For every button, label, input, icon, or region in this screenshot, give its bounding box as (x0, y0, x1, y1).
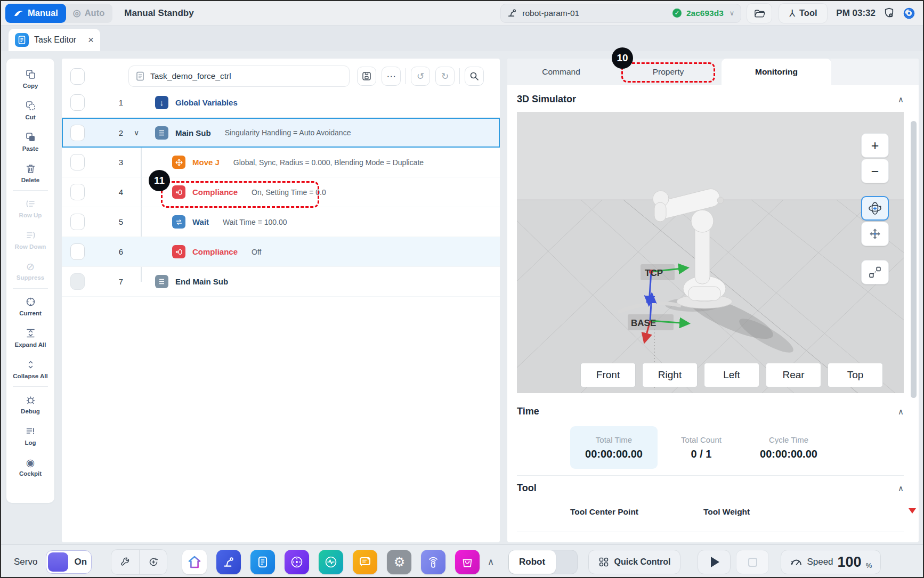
task-row-move-j[interactable]: 3 Move J Global, Sync, Radius = 0.000, B… (62, 148, 500, 177)
log-button[interactable]: Log (6, 420, 54, 451)
open-file-button[interactable] (747, 3, 772, 23)
settings-app-icon[interactable]: ⚙ (387, 550, 411, 574)
quick-control-button[interactable]: Quick Control (588, 550, 681, 574)
view-top-button[interactable]: Top (828, 363, 882, 387)
robot-sim-toggle[interactable]: Robot (508, 550, 578, 574)
speed-unit: % (866, 561, 872, 569)
paste-button[interactable]: Paste (6, 126, 54, 157)
select-all-checkbox[interactable] (70, 68, 85, 85)
row-label: Compliance (192, 247, 238, 256)
task-row-compliance-on[interactable]: 4 Compliance On, Setting Time = 0.0 (62, 177, 500, 207)
view-right-button[interactable]: Right (643, 363, 697, 387)
cut-button[interactable]: Cut (6, 94, 54, 126)
task-row-main-sub[interactable]: 2 ∨ Main Sub Singularity Handling = Auto… (62, 118, 500, 148)
row-checkbox[interactable] (70, 94, 85, 111)
wrench-button[interactable] (111, 550, 139, 574)
view-front-button[interactable]: Front (581, 363, 635, 387)
row-number: 5 (95, 217, 123, 226)
collapse-all-icon (25, 359, 36, 370)
base-label: BASE (631, 318, 656, 328)
auto-mode-button[interactable]: ◎ Auto (63, 4, 112, 23)
jog-app-icon[interactable] (285, 550, 309, 574)
task-row-global-variables[interactable]: 1 ↓ Global Variables (62, 88, 500, 118)
manual-mode-button[interactable]: Manual (5, 4, 66, 23)
home-app-icon[interactable] (182, 550, 207, 574)
power-swirl-icon[interactable] (903, 7, 915, 20)
collapse-section-icon[interactable]: ∧ (898, 484, 904, 493)
task-row-compliance-off[interactable]: 6 Compliance Off (62, 237, 500, 267)
play-button[interactable] (698, 550, 731, 574)
row-checkbox[interactable] (70, 184, 85, 200)
zoom-out-button[interactable]: − (861, 159, 889, 183)
row-up-button[interactable]: Row Up (6, 192, 54, 224)
3d-viewport[interactable]: TCP BASE + − (517, 112, 904, 393)
suppress-button[interactable]: ⊘ Suppress (6, 255, 54, 287)
total-count-stat: Total Count 0 / 1 (658, 426, 745, 469)
task-row-end-main-sub[interactable]: 7 End Main Sub (62, 267, 500, 297)
robot-app-icon[interactable] (216, 550, 241, 574)
annotation-badge-10: 10 (612, 47, 633, 69)
update-pose-button[interactable] (139, 550, 167, 574)
view-left-button[interactable]: Left (704, 363, 759, 387)
redo-button[interactable]: ↻ (435, 67, 455, 86)
rotate-view-button[interactable] (861, 196, 889, 221)
tool-button[interactable]: ⅄ Tool (779, 3, 828, 23)
undo-button[interactable]: ↺ (411, 67, 430, 86)
task-name-field[interactable]: Task_demo_force_ctrl (128, 66, 350, 87)
task-row-wait[interactable]: 5 Wait Wait Time = 100.00 (62, 207, 500, 237)
row-checkbox[interactable] (70, 154, 85, 170)
document-icon (136, 71, 144, 81)
current-button[interactable]: Current (6, 290, 54, 322)
debug-button[interactable]: Debug (6, 388, 54, 420)
search-button[interactable] (465, 67, 484, 86)
expand-chevron-icon[interactable]: ∨ (131, 128, 142, 137)
log-app-icon[interactable] (353, 550, 377, 574)
panel-scrollbar[interactable] (911, 121, 917, 398)
remote-app-icon[interactable] (421, 550, 445, 574)
task-list-panel: Task_demo_force_ctrl ⋯ ↺ ↻ (62, 59, 500, 542)
row-down-icon (25, 230, 36, 241)
more-options-button[interactable]: ⋯ (382, 67, 401, 86)
divider (13, 288, 48, 289)
safety-shield-icon[interactable] (883, 7, 895, 19)
row-checkbox[interactable] (70, 214, 85, 230)
stop-button[interactable] (736, 550, 769, 574)
chevron-down-icon: ∨ (730, 9, 735, 17)
tab-monitoring[interactable]: Monitoring (722, 59, 831, 85)
collapse-section-icon[interactable]: ∧ (898, 407, 904, 417)
divider (13, 190, 48, 191)
servo-state: On (70, 557, 91, 567)
task-app-icon[interactable] (250, 550, 275, 574)
row-checkbox[interactable] (70, 125, 85, 141)
measure-button[interactable] (861, 260, 889, 284)
delete-button[interactable]: Delete (6, 157, 54, 189)
debug-icon (25, 394, 36, 405)
zoom-in-button[interactable]: + (861, 133, 889, 158)
tab-task-editor[interactable]: Task Editor × (9, 29, 100, 51)
divider (406, 68, 406, 84)
expand-all-button[interactable]: Expand All (6, 322, 54, 353)
collapse-section-icon[interactable]: ∧ (898, 95, 904, 104)
tray-collapse-icon[interactable]: ∧ (487, 556, 494, 568)
store-app-icon[interactable] (455, 550, 480, 574)
manual-label: Manual (28, 8, 58, 18)
tool-weight-label: Tool Weight (703, 507, 750, 517)
copy-button[interactable]: Copy (6, 63, 54, 94)
monitor-app-icon[interactable] (319, 550, 343, 574)
suppress-icon: ⊘ (26, 262, 35, 272)
tab-command[interactable]: Command (507, 59, 615, 85)
row-checkbox[interactable] (70, 243, 85, 260)
mode-toggle: Manual ◎ Auto (5, 4, 112, 23)
close-icon[interactable]: × (88, 34, 94, 46)
collapse-all-button[interactable]: Collapse All (6, 353, 54, 385)
row-desc: Global, Sync, Radius = 0.000, Blending M… (233, 158, 424, 167)
view-rear-button[interactable]: Rear (766, 363, 821, 387)
robot-param-selector[interactable]: robot-param-01 ✓ 2ac693d3 ∨ (500, 4, 741, 23)
pan-view-button[interactable] (861, 222, 889, 246)
cockpit-button[interactable]: ◉ Cockpit (6, 451, 54, 483)
speed-button[interactable]: Speed 100 % (781, 550, 881, 574)
scroll-down-indicator[interactable] (909, 508, 916, 514)
servo-toggle[interactable]: On (46, 550, 92, 574)
row-down-button[interactable]: Row Down (6, 224, 54, 255)
save-button[interactable] (357, 67, 376, 86)
